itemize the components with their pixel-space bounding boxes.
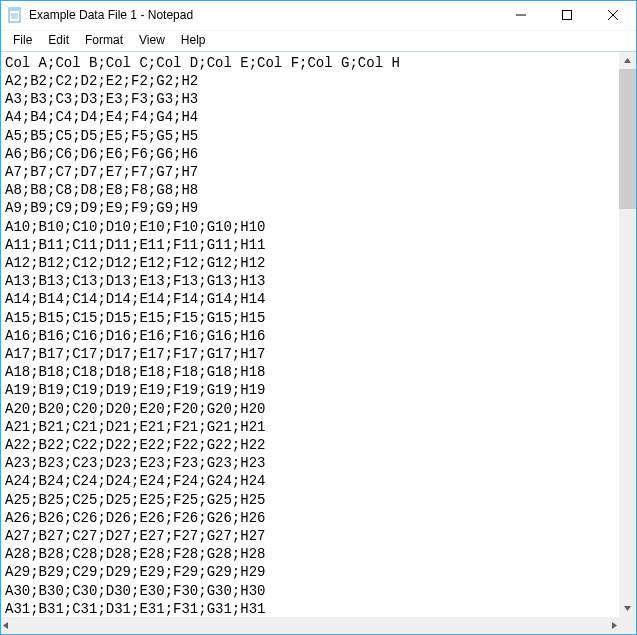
menu-file[interactable]: File — [5, 32, 40, 49]
notepad-window: Example Data File 1 - Notepad File Edit … — [0, 0, 637, 635]
menu-view[interactable]: View — [131, 32, 173, 49]
close-button[interactable] — [590, 1, 636, 30]
svg-rect-1 — [9, 8, 20, 11]
maximize-button[interactable] — [544, 1, 590, 30]
title-bar[interactable]: Example Data File 1 - Notepad — [1, 1, 636, 31]
editor-area: Col A;Col B;Col C;Col D;Col E;Col F;Col … — [1, 52, 636, 617]
content-area: Col A;Col B;Col C;Col D;Col E;Col F;Col … — [1, 51, 636, 634]
horizontal-scrollbar[interactable] — [1, 617, 636, 634]
window-controls — [498, 1, 636, 30]
svg-rect-6 — [563, 11, 572, 20]
notepad-icon — [7, 7, 23, 23]
menu-format[interactable]: Format — [77, 32, 131, 49]
scroll-down-button[interactable] — [619, 600, 636, 617]
scroll-left-button[interactable] — [1, 617, 10, 634]
horizontal-scroll-track[interactable] — [10, 617, 610, 634]
vertical-scroll-track[interactable] — [619, 69, 636, 600]
scrollbar-corner — [619, 617, 636, 634]
window-title: Example Data File 1 - Notepad — [29, 8, 193, 22]
scroll-right-button[interactable] — [610, 617, 619, 634]
menu-help[interactable]: Help — [173, 32, 214, 49]
vertical-scroll-thumb[interactable] — [619, 69, 636, 209]
menu-edit[interactable]: Edit — [40, 32, 77, 49]
scroll-up-button[interactable] — [619, 52, 636, 69]
menu-bar: File Edit Format View Help — [1, 31, 636, 51]
vertical-scrollbar[interactable] — [619, 52, 636, 617]
text-editor[interactable]: Col A;Col B;Col C;Col D;Col E;Col F;Col … — [1, 52, 619, 617]
minimize-button[interactable] — [498, 1, 544, 30]
